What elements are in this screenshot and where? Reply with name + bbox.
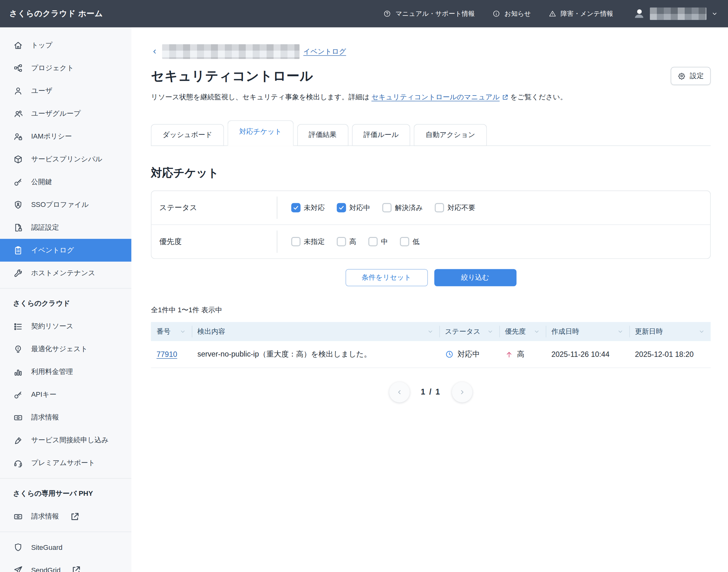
checkbox-label: 高 bbox=[349, 237, 356, 246]
checkbox-label: 解決済み bbox=[395, 203, 423, 212]
tab-evaluation-rules[interactable]: 評価ルール bbox=[352, 124, 410, 146]
cell-updated: 2025-12-01 18:20 bbox=[629, 341, 711, 368]
sidebar-item-siteguard[interactable]: SiteGuard bbox=[0, 535, 132, 558]
sidebar-item-event-log[interactable]: イベントログ bbox=[0, 239, 132, 262]
cell-priority: 高 bbox=[499, 341, 546, 368]
previous-page-button[interactable] bbox=[389, 382, 410, 403]
checkbox-priority-high[interactable]: 高 bbox=[337, 237, 356, 246]
nav-incident[interactable]: 障害・メンテ情報 bbox=[549, 9, 613, 18]
sidebar-item-sendgrid[interactable]: SendGrid bbox=[0, 558, 132, 572]
column-label: 検出内容 bbox=[197, 327, 225, 336]
column-label: 優先度 bbox=[505, 327, 526, 336]
check-icon bbox=[338, 204, 345, 211]
sidebar-item-optimization-suggest[interactable]: 最適化サジェスト bbox=[0, 338, 132, 361]
sort-chevron-icon[interactable] bbox=[698, 328, 705, 335]
tab-tickets[interactable]: 対応チケット bbox=[228, 120, 294, 146]
sidebar-item-service-connection[interactable]: サービス間接続申し込み bbox=[0, 429, 132, 452]
results-summary: 全1件中 1〜1件 表示中 bbox=[151, 306, 711, 314]
checkbox-box bbox=[291, 203, 301, 212]
sidebar-item-iam-policy[interactable]: IAMポリシー bbox=[0, 125, 132, 148]
banknote-icon bbox=[13, 511, 23, 521]
shield-user-icon bbox=[13, 200, 23, 210]
sidebar-item-sso-profile[interactable]: SSOプロファイル bbox=[0, 193, 132, 216]
sitemap-icon bbox=[13, 63, 23, 73]
next-page-button[interactable] bbox=[452, 382, 473, 403]
checkbox-box bbox=[337, 237, 346, 246]
sort-chevron-icon[interactable] bbox=[487, 328, 494, 335]
nav-manual-support-label: マニュアル・サポート情報 bbox=[396, 9, 475, 18]
table-header: 番号 検出内容 ステータス 優先度 作成日時 bbox=[151, 322, 711, 341]
breadcrumb: イベントログ bbox=[151, 44, 711, 59]
account-menu[interactable] bbox=[633, 8, 718, 20]
column-header-priority: 優先度 bbox=[499, 322, 546, 341]
tab-evaluation-results[interactable]: 評価結果 bbox=[297, 124, 348, 146]
nav-news[interactable]: お知らせ bbox=[492, 9, 531, 18]
filter-row-priority: 優先度 未指定 高 中 低 bbox=[152, 224, 710, 258]
page-indicator: 1 / 1 bbox=[421, 387, 441, 397]
sidebar-item-public-key[interactable]: 公開鍵 bbox=[0, 170, 132, 193]
column-header-created: 作成日時 bbox=[546, 322, 629, 341]
chevron-down-icon bbox=[711, 10, 718, 17]
checkbox-priority-low[interactable]: 低 bbox=[400, 237, 420, 246]
sidebar-item-phy-invoice[interactable]: 請求情報 bbox=[0, 505, 132, 528]
headset-icon bbox=[13, 458, 23, 468]
sidebar-item-label: プロジェクト bbox=[31, 64, 74, 72]
checkbox-priority-medium[interactable]: 中 bbox=[369, 237, 388, 246]
sidebar-item-contract-resources[interactable]: 契約リソース bbox=[0, 315, 132, 338]
priority-filter-label: 優先度 bbox=[152, 225, 277, 259]
external-link-icon bbox=[502, 94, 508, 101]
breadcrumb-redacted bbox=[162, 44, 300, 59]
breadcrumb-event-log-link[interactable]: イベントログ bbox=[303, 47, 346, 56]
sidebar-item-top[interactable]: トップ bbox=[0, 34, 132, 57]
info-circle-icon bbox=[492, 10, 500, 18]
sort-chevron-icon[interactable] bbox=[427, 328, 434, 335]
settings-button[interactable]: 設定 bbox=[671, 67, 711, 85]
chevron-left-icon[interactable] bbox=[151, 48, 158, 55]
priority-badge: 高 bbox=[517, 350, 524, 359]
sidebar-item-label: 請求情報 bbox=[31, 413, 59, 422]
tab-auto-actions[interactable]: 自動アクション bbox=[414, 124, 487, 146]
sidebar-item-label: IAMポリシー bbox=[31, 132, 72, 141]
sidebar-section-sakura-cloud: さくらのクラウド bbox=[0, 292, 132, 315]
sidebar-item-user-group[interactable]: ユーザグループ bbox=[0, 102, 132, 125]
checkbox-status-no-action[interactable]: 対応不要 bbox=[435, 203, 475, 212]
manual-link[interactable]: セキュリティコントロールのマニュアル bbox=[371, 93, 499, 102]
bar-chart-icon bbox=[13, 367, 23, 377]
checkbox-label: 対応不要 bbox=[448, 203, 475, 212]
settings-button-label: 設定 bbox=[690, 72, 704, 80]
sidebar-item-service-principal[interactable]: サービスプリンシパル bbox=[0, 148, 132, 170]
sidebar-item-invoice[interactable]: 請求情報 bbox=[0, 406, 132, 429]
sidebar-item-auth-settings[interactable]: 認証設定 bbox=[0, 216, 132, 239]
external-link-icon bbox=[71, 565, 81, 572]
status-filter-options: 未対応 対応中 解決済み 対応不要 bbox=[277, 197, 710, 219]
sidebar-item-billing-management[interactable]: 利用料金管理 bbox=[0, 361, 132, 383]
checkbox-status-resolved[interactable]: 解決済み bbox=[382, 203, 423, 212]
nav-manual-support[interactable]: マニュアル・サポート情報 bbox=[383, 9, 475, 18]
tab-dashboard[interactable]: ダッシュボード bbox=[151, 124, 224, 146]
sidebar-item-project[interactable]: プロジェクト bbox=[0, 57, 132, 79]
ticket-number-link[interactable]: 77910 bbox=[157, 350, 177, 358]
checkbox-box bbox=[369, 237, 378, 246]
checkbox-status-in-progress[interactable]: 対応中 bbox=[337, 203, 370, 212]
sidebar-item-user[interactable]: ユーザ bbox=[0, 79, 132, 102]
sort-chevron-icon[interactable] bbox=[179, 328, 186, 335]
checkbox-status-untouched[interactable]: 未対応 bbox=[291, 203, 325, 212]
arrow-up-icon bbox=[505, 350, 513, 358]
apply-filters-button[interactable]: 絞り込む bbox=[434, 269, 516, 286]
key-icon bbox=[13, 390, 23, 400]
sidebar-item-label: サービスプリンシパル bbox=[31, 155, 102, 163]
filter-actions: 条件をリセット 絞り込む bbox=[151, 269, 711, 286]
sidebar-item-host-maintenance[interactable]: ホストメンテナンス bbox=[0, 262, 132, 284]
checkbox-priority-unspecified[interactable]: 未指定 bbox=[291, 237, 325, 246]
status-filter-label: ステータス bbox=[152, 191, 277, 225]
sidebar-item-premium-support[interactable]: プレミアムサポート bbox=[0, 452, 132, 475]
list-icon bbox=[13, 321, 23, 332]
sort-chevron-icon[interactable] bbox=[533, 328, 540, 335]
reset-filters-button[interactable]: 条件をリセット bbox=[345, 269, 427, 286]
column-header-detection: 検出内容 bbox=[192, 322, 439, 341]
sidebar-item-label: 最適化サジェスト bbox=[31, 345, 88, 354]
sort-chevron-icon[interactable] bbox=[617, 328, 624, 335]
sidebar-item-api-key[interactable]: APIキー bbox=[0, 383, 132, 406]
sidebar-divider bbox=[0, 531, 132, 532]
sidebar-item-label: 認証設定 bbox=[31, 223, 59, 232]
